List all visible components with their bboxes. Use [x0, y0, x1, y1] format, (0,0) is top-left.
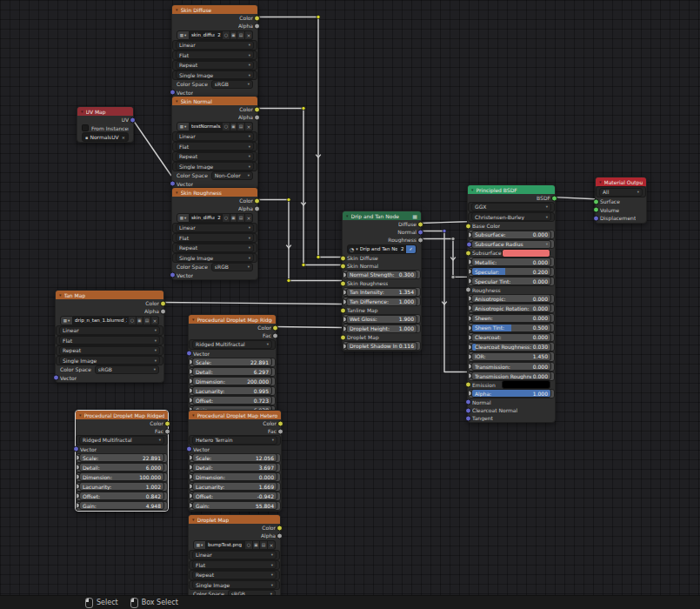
color-output-socket[interactable]	[254, 106, 260, 112]
image-browse-button[interactable]: ▦▾	[177, 122, 190, 131]
fake-user-toggle[interactable]: ✓	[406, 244, 417, 254]
hetero-terrain-dropdown[interactable]: Hetero Terrain▾	[192, 436, 277, 445]
scale-slider[interactable]: Scale:22.891	[79, 453, 164, 462]
unlink-image-button[interactable]: ×	[245, 213, 253, 223]
color-output-socket[interactable]	[160, 300, 166, 306]
linear-dropdown[interactable]: Linear▾	[176, 41, 254, 50]
offset-slider[interactable]: Offset:-0.942	[192, 492, 277, 500]
reroute-node[interactable]	[317, 15, 320, 18]
flat-dropdown[interactable]: Flat▾	[176, 233, 254, 242]
color-output-socket[interactable]	[254, 197, 260, 204]
new-image-button[interactable]: ▣	[253, 540, 261, 550]
vector-input-socket[interactable]	[73, 446, 79, 452]
vector-input-socket[interactable]	[186, 446, 192, 452]
unlink-image-button[interactable]: ×	[268, 540, 276, 550]
collapse-icon[interactable]: ▾	[79, 412, 82, 418]
vector-input-socket[interactable]	[170, 272, 176, 278]
uv-output-socket[interactable]	[130, 117, 136, 123]
wet-gloss-slider[interactable]: Wet Gloss:1.900	[346, 315, 417, 324]
metallic-slider[interactable]: Metallic:0.000	[471, 258, 551, 266]
reroute-node[interactable]	[302, 263, 305, 266]
vector-input-socket[interactable]	[186, 351, 192, 357]
srgb-dropdown[interactable]: sRGB▾	[211, 80, 253, 89]
single-image-dropdown[interactable]: Single Image▾	[59, 356, 160, 365]
node-header[interactable]: ▾Tan Map	[56, 291, 163, 299]
alpha-slider[interactable]: Alpha:1.000	[471, 389, 551, 398]
displacement-input-socket[interactable]	[593, 215, 599, 221]
flat-dropdown[interactable]: Flat▾	[176, 142, 254, 151]
node-header[interactable]: ▾Principled BSDF	[468, 185, 555, 194]
lacunarity-slider[interactable]: Lacunarity:0.995	[192, 386, 272, 395]
collapse-icon[interactable]: ▾	[176, 98, 178, 104]
color-output-socket[interactable]	[254, 15, 260, 21]
node-header[interactable]: ▾Skin Roughness	[172, 188, 257, 197]
new-image-button[interactable]: ▣	[230, 213, 238, 223]
linear-dropdown[interactable]: Linear▾	[176, 224, 254, 232]
specular-slider[interactable]: Specular:0.200	[471, 267, 551, 276]
base-color-input-socket[interactable]	[465, 223, 471, 229]
ridged-multifractal-dropdown[interactable]: Ridged Multifractal▾	[192, 340, 272, 349]
detail-slider[interactable]: Detail:6.297	[192, 367, 272, 376]
repeat-dropdown[interactable]: Repeat▾	[192, 571, 277, 579]
node-droplet-map[interactable]: ▾Droplet MapColorAlpha▦▾bumpTest.png○▣▤×…	[188, 514, 281, 607]
close-icon[interactable]: ×	[122, 135, 125, 140]
collapse-icon[interactable]: ▾	[471, 187, 474, 192]
reroute-node[interactable]	[451, 237, 455, 240]
image-users-count[interactable]: 2	[217, 213, 223, 223]
reroute-node[interactable]	[451, 275, 455, 278]
emission-color-swatch[interactable]	[502, 380, 550, 389]
color-output-socket[interactable]	[164, 420, 170, 426]
subsurface-color-input-socket[interactable]	[465, 250, 471, 256]
node-header[interactable]: ▾Material Output	[596, 177, 646, 186]
node-proc-droplet-ridged-mf-2[interactable]: ▾Procedural Droplet Map Ridged MFColorFa…	[188, 314, 277, 416]
repeat-dropdown[interactable]: Repeat▾	[176, 61, 254, 70]
collapse-icon[interactable]: ▾	[59, 292, 62, 298]
tan-intensity-slider[interactable]: Tan Intensity:1.354	[346, 288, 417, 297]
volume-input-socket[interactable]	[593, 207, 599, 213]
color-output-socket[interactable]	[277, 525, 283, 531]
normal-output-socket[interactable]	[417, 229, 423, 235]
gain-slider[interactable]: Gain:55.804	[192, 501, 277, 510]
lacunarity-slider[interactable]: Lacunarity:1.669	[192, 482, 277, 491]
alpha-output-socket[interactable]	[254, 114, 260, 120]
clearcoat-normal-input-socket[interactable]	[465, 407, 471, 413]
offset-slider[interactable]: Offset:0.723	[192, 396, 272, 405]
droplet-shadow-intensi-slider[interactable]: Droplet Shadow Intensi:0.116	[346, 342, 417, 351]
open-image-button[interactable]: ▤	[237, 213, 245, 223]
transmission-slider[interactable]: Transmission:0.000	[471, 362, 551, 371]
node-proc-droplet-ridged-mf-1[interactable]: ▾Procedural Droplet Map Ridged MFColorFa…	[75, 410, 169, 512]
linear-dropdown[interactable]: Linear▾	[59, 326, 160, 335]
node-principled-bsdf[interactable]: ▾Principled BSDFBSDFGGX▾Christensen-Burl…	[467, 184, 556, 423]
image-name-field[interactable]: skin_diffuse	[190, 30, 217, 40]
uv-layer-selector[interactable]: ▪NormalsUV×	[82, 132, 129, 142]
node-group-selector[interactable]: ◔▾Drip and Tan Node	[347, 244, 400, 254]
node-header[interactable]: ▾Procedural Droplet Map Ridged MF	[76, 411, 168, 419]
collapse-icon[interactable]: ▾	[192, 517, 195, 522]
group-users-count[interactable]: 2	[400, 244, 407, 254]
christensen-burley-dropdown[interactable]: Christensen-Burley▾	[471, 212, 551, 221]
tan-difference-slider[interactable]: Tan Difference:1.000	[346, 298, 417, 306]
sheen-slider[interactable]: Sheen:0.000	[471, 314, 551, 323]
ridged-multifractal-dropdown[interactable]: Ridged Multifractal▾	[79, 436, 164, 445]
node-header[interactable]: ▾UV Map	[77, 107, 133, 116]
alpha-output-socket[interactable]	[277, 532, 283, 539]
reroute-node[interactable]	[287, 197, 290, 201]
single-image-dropdown[interactable]: Single Image▾	[176, 162, 254, 171]
node-header[interactable]: ▾Skin Diffuse	[172, 5, 257, 14]
node-header[interactable]: ▾Procedural Droplet Map Ridged MF	[189, 315, 276, 324]
anisotropic-slider[interactable]: Anisotropic:0.000	[471, 294, 551, 303]
single-image-dropdown[interactable]: Single Image▾	[176, 70, 254, 79]
node-header[interactable]: ▾Drip and Tan Node▦	[343, 211, 421, 220]
subsurface-slider[interactable]: Subsurface:0.000	[471, 231, 551, 239]
reroute-node[interactable]	[287, 278, 290, 282]
node-skin-normal[interactable]: ▾Skin NormalColorAlpha▦▾testNormals.jpg○…	[171, 96, 258, 189]
node-skin-diffuse[interactable]: ▾Skin DiffuseColorAlpha▦▾skin_diffuse2○▣…	[171, 4, 258, 97]
droplet-height-slider[interactable]: Droplet Height:1.000	[346, 325, 417, 333]
clearcoat-roughness-slider[interactable]: Clearcoat Roughness:0.030	[471, 343, 551, 351]
fake-user-button[interactable]: ○	[223, 30, 230, 40]
linear-dropdown[interactable]: Linear▾	[176, 132, 254, 141]
collapse-icon[interactable]: ▾	[176, 190, 178, 195]
ior-slider[interactable]: IOR:1.450	[471, 352, 551, 361]
new-image-button[interactable]: ▣	[230, 122, 238, 131]
scale-slider[interactable]: Scale:12.056	[192, 453, 277, 462]
